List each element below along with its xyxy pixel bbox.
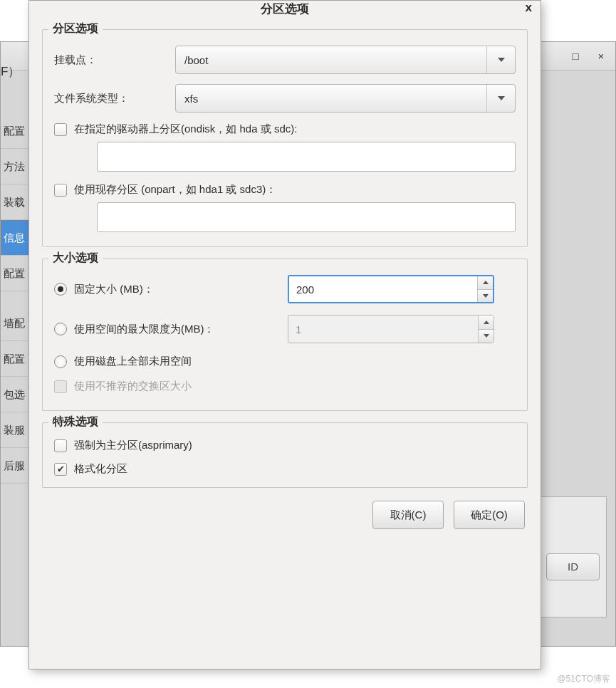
- fs-type-label: 文件系统类型：: [54, 92, 168, 105]
- onpart-input[interactable]: [97, 202, 516, 232]
- dialog-titlebar: 分区选项 x: [29, 1, 541, 21]
- bg-sidebar-item[interactable]: 配置: [1, 256, 29, 291]
- format-checkbox[interactable]: [54, 463, 67, 476]
- mount-point-value: /boot: [184, 54, 208, 66]
- max-size-label: 使用空间的最大限度为(MB)：: [74, 323, 281, 336]
- format-label: 格式化分区: [74, 462, 127, 476]
- asprimary-label: 强制为主分区(asprimary): [74, 439, 192, 452]
- spin-up-icon[interactable]: [478, 276, 493, 290]
- bg-close-button[interactable]: ×: [592, 48, 610, 65]
- bg-sidebar-item[interactable]: 装服: [1, 412, 29, 448]
- bg-sidebar: 配置 方法 装载 信息 配置 墙配 配置 包选 装服 后服: [1, 113, 29, 484]
- bg-sidebar-item[interactable]: 后服: [1, 448, 29, 484]
- ondisk-label: 在指定的驱动器上分区(ondisk，如 hda 或 sdc):: [74, 123, 297, 136]
- bg-sidebar-item[interactable]: 装载: [1, 184, 29, 220]
- max-size-radio[interactable]: [54, 323, 67, 335]
- dropdown-arrow-icon[interactable]: [486, 85, 515, 112]
- all-free-radio[interactable]: [54, 355, 67, 368]
- frame-title: 分区选项: [48, 21, 103, 36]
- asprimary-checkbox[interactable]: [54, 439, 67, 452]
- partition-options-dialog: 分区选项 x 分区选项 挂载点： /boot 文件系统类型： xfs: [28, 0, 541, 669]
- fixed-size-value: 200: [289, 283, 477, 296]
- size-options-frame: 大小选项 固定大小 (MB)： 200 使用空间的最大限度为(MB)： 1: [42, 259, 528, 411]
- dialog-title: 分区选项: [261, 2, 309, 16]
- max-size-value: 1: [288, 323, 478, 335]
- onpart-label: 使用现存分区 (onpart，如 hda1 或 sdc3)：: [74, 183, 276, 197]
- fixed-size-spin[interactable]: 200: [288, 275, 494, 303]
- fixed-size-label: 固定大小 (MB)：: [74, 283, 281, 296]
- ok-button[interactable]: 确定(O): [454, 501, 525, 529]
- bg-sidebar-item[interactable]: 配置: [1, 341, 29, 377]
- bg-sidebar-item[interactable]: 包选: [1, 377, 29, 412]
- bg-sidebar-item[interactable]: 方法: [1, 149, 29, 184]
- partition-options-frame: 分区选项 挂载点： /boot 文件系统类型： xfs 在指定的驱动器上分区(o…: [42, 29, 528, 247]
- dialog-close-button[interactable]: x: [526, 1, 532, 15]
- watermark: @51CTO博客: [557, 673, 610, 685]
- onpart-checkbox[interactable]: [54, 184, 67, 197]
- bg-sidebar-item[interactable]: 墙配: [1, 306, 29, 341]
- all-free-label: 使用磁盘上全部未用空间: [74, 355, 192, 368]
- dialog-actions: 取消(C) 确定(O): [42, 501, 528, 529]
- fs-type-value: xfs: [184, 93, 198, 105]
- mount-point-combo[interactable]: /boot: [175, 46, 516, 74]
- fixed-size-radio[interactable]: [54, 283, 67, 296]
- ondisk-checkbox[interactable]: [54, 123, 67, 136]
- bg-maximize-button[interactable]: □: [567, 48, 584, 65]
- bg-sidebar-item[interactable]: 配置: [1, 113, 29, 149]
- spin-down-icon: [479, 330, 494, 343]
- bg-left-label: F）: [1, 63, 22, 92]
- spin-up-icon: [479, 316, 494, 330]
- bg-sidebar-item[interactable]: 信息: [1, 220, 29, 256]
- special-options-frame: 特殊选项 强制为主分区(asprimary) 格式化分区: [42, 422, 528, 488]
- mount-point-label: 挂载点：: [54, 53, 168, 67]
- bg-id-button[interactable]: ID: [546, 553, 600, 580]
- spin-down-icon[interactable]: [478, 290, 493, 303]
- cancel-button[interactable]: 取消(C): [372, 501, 444, 529]
- fs-type-combo[interactable]: xfs: [175, 84, 516, 113]
- swap-rec-label: 使用不推荐的交换区大小: [74, 380, 192, 393]
- dropdown-arrow-icon[interactable]: [486, 46, 515, 73]
- frame-title: 特殊选项: [48, 415, 103, 429]
- ondisk-input[interactable]: [97, 142, 516, 172]
- frame-title: 大小选项: [48, 251, 103, 266]
- swap-rec-checkbox: [54, 380, 67, 393]
- max-size-spin: 1: [288, 315, 494, 343]
